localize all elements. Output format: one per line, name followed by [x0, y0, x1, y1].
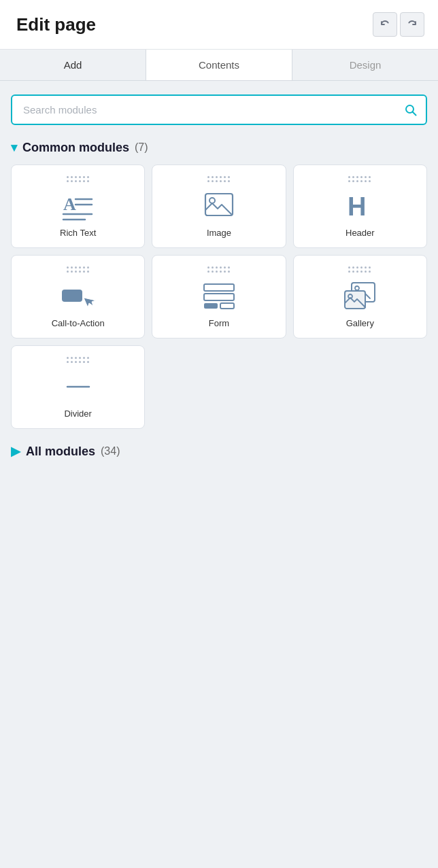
svg-text:A: A: [63, 194, 76, 214]
rich-text-icon: A: [61, 191, 96, 221]
form-label: Form: [209, 318, 229, 328]
image-label: Image: [207, 228, 231, 238]
common-modules-header[interactable]: ▾ Common modules (7): [11, 140, 427, 155]
drag-handle-header: [348, 176, 371, 183]
header-label: Header: [346, 228, 375, 238]
drag-handle-image: [207, 176, 231, 183]
divider-icon: [61, 372, 96, 402]
search-wrapper: [11, 94, 427, 125]
rich-text-label: Rich Text: [60, 228, 96, 238]
page-title: Edit page: [16, 14, 96, 35]
image-icon: [201, 191, 237, 221]
module-card-image[interactable]: Image: [152, 164, 286, 248]
all-modules-header[interactable]: ▶ All modules (34): [11, 444, 427, 459]
svg-rect-14: [220, 303, 234, 309]
drag-handle-cta: [67, 266, 90, 273]
modules-row-2: Call-to-Action Form: [11, 255, 427, 338]
module-card-divider[interactable]: Divider: [11, 345, 145, 429]
divider-label: Divider: [64, 409, 91, 419]
cta-icon: [59, 281, 97, 311]
drag-handle-form: [207, 266, 231, 273]
tabs-bar: Add Contents Design: [0, 50, 438, 81]
all-modules-chevron: ▶: [11, 444, 20, 459]
main-content: ▾ Common modules (7) A Rich T: [0, 81, 438, 472]
undo-button[interactable]: [373, 12, 397, 37]
form-icon: [201, 281, 237, 311]
svg-rect-13: [204, 303, 218, 309]
drag-handle-divider: [67, 357, 90, 364]
search-input[interactable]: [11, 94, 427, 125]
svg-rect-10: [62, 290, 82, 302]
header-icon: H: [342, 191, 377, 221]
common-modules-title: Common modules: [22, 141, 129, 155]
gallery-label: Gallery: [346, 318, 374, 328]
all-modules-title: All modules: [26, 445, 95, 459]
common-modules-count: (7): [135, 141, 148, 154]
svg-point-16: [355, 286, 359, 290]
module-card-rich-text[interactable]: A Rich Text: [11, 164, 145, 248]
module-card-gallery[interactable]: Gallery: [293, 255, 427, 338]
drag-handle-rich-text: [67, 176, 90, 183]
drag-handle-gallery: [348, 266, 371, 273]
tab-design[interactable]: Design: [292, 50, 438, 80]
tab-contents[interactable]: Contents: [146, 50, 292, 80]
tab-add[interactable]: Add: [0, 50, 146, 80]
modules-row-1: A Rich Text: [11, 164, 427, 248]
svg-rect-12: [204, 294, 234, 300]
svg-rect-11: [204, 284, 234, 291]
module-card-header[interactable]: H Header: [293, 164, 427, 248]
svg-text:H: H: [348, 192, 365, 221]
gallery-icon: [342, 281, 377, 311]
modules-row-3: Divider: [11, 345, 427, 429]
all-modules-count: (34): [101, 445, 120, 457]
redo-button[interactable]: [400, 12, 424, 37]
module-card-form[interactable]: Form: [152, 255, 286, 338]
module-card-cta[interactable]: Call-to-Action: [11, 255, 145, 338]
header-actions: [373, 12, 424, 37]
page-header: Edit page: [0, 0, 438, 50]
svg-point-8: [209, 198, 215, 203]
cta-label: Call-to-Action: [52, 318, 105, 328]
common-modules-chevron: ▾: [11, 140, 17, 155]
